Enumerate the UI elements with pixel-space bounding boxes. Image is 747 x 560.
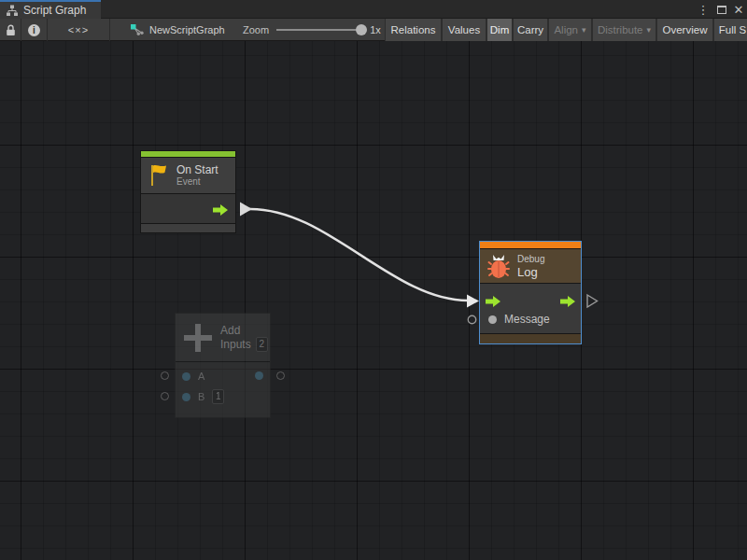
window-maximize-button[interactable]	[713, 0, 730, 19]
port-b-label: B	[198, 391, 204, 402]
chevron-down-icon: ▾	[647, 25, 652, 35]
toolbar-button-overview[interactable]: Overview	[656, 19, 713, 41]
toolbar-button-relations[interactable]: Relations	[385, 19, 442, 41]
tab-bar: Script Graph ⋮ ✕	[0, 0, 747, 19]
node-title: Add	[220, 324, 268, 337]
port-b-value-field[interactable]: 1	[212, 389, 224, 404]
button-label: Carry	[517, 24, 543, 35]
chevron-down-icon: ▾	[582, 25, 586, 35]
node-footer	[141, 223, 235, 232]
debug-color-header	[480, 242, 581, 248]
zoom-slider-handle[interactable]	[356, 24, 367, 35]
trigger-output-port[interactable]	[213, 203, 228, 214]
code-icon: <×>	[68, 24, 89, 35]
node-subtitle: Event	[176, 176, 218, 188]
graph-toolbar: i <×> NewScriptGraph Zoom 1x	[0, 19, 747, 41]
window-close-button[interactable]: ✕	[730, 0, 747, 19]
inputs-count-field[interactable]: 2	[256, 337, 268, 352]
graph-asset-icon	[131, 24, 144, 35]
graph-hierarchy-icon	[6, 5, 19, 17]
outer-port-result[interactable]	[276, 371, 285, 380]
node-on-start[interactable]: On Start Event	[140, 150, 236, 233]
toolbar-button-fullscreen[interactable]: Full S	[713, 19, 747, 41]
tab-script-graph[interactable]: Script Graph	[0, 0, 101, 19]
inspector-info-button[interactable]: i	[21, 19, 48, 41]
zoom-label: Zoom	[243, 24, 269, 35]
lock-button[interactable]	[0, 19, 21, 41]
toolbar-button-align[interactable]: Align ▾	[548, 19, 592, 41]
plus-icon	[183, 323, 213, 353]
bug-icon	[487, 254, 510, 279]
toolbar-button-dim[interactable]: Dim	[486, 19, 513, 41]
node-debug-log[interactable]: Debug Log Message	[479, 241, 582, 344]
zoom-control: Zoom 1x	[243, 19, 381, 41]
toolbar-button-distribute[interactable]: Distribute ▾	[592, 19, 656, 41]
window-menu-button[interactable]: ⋮	[695, 0, 712, 19]
button-label: Relations	[391, 24, 436, 35]
maximize-icon	[717, 6, 726, 14]
info-icon: i	[28, 24, 40, 36]
button-label: Values	[448, 24, 480, 35]
button-label: Full S	[719, 24, 746, 35]
node-title: Log	[517, 265, 544, 279]
toolbar-button-carry[interactable]: Carry	[513, 19, 548, 41]
button-label: Distribute	[598, 24, 643, 35]
message-port-label: Message	[504, 313, 550, 326]
value-input-port-b[interactable]	[182, 393, 190, 401]
graph-canvas[interactable]	[0, 41, 747, 560]
message-input-port[interactable]	[488, 315, 497, 324]
value-input-port-a[interactable]	[182, 372, 190, 381]
button-label: Overview	[663, 24, 708, 35]
button-label: Dim	[490, 24, 509, 35]
zoom-slider[interactable]	[276, 29, 362, 31]
kebab-menu-icon: ⋮	[698, 3, 710, 17]
port-a-label: A	[198, 371, 204, 382]
script-graph-window: Script Graph ⋮ ✕ i <×>	[0, 0, 747, 560]
flag-icon	[148, 163, 169, 188]
zoom-value: 1x	[370, 24, 381, 35]
trigger-input-port[interactable]	[486, 294, 500, 305]
node-title: On Start	[176, 163, 218, 176]
lock-icon	[6, 24, 16, 36]
outer-port-b[interactable]	[161, 392, 169, 400]
node-footer	[480, 333, 581, 343]
node-subtitle: Inputs	[220, 339, 251, 350]
graph-name-label: NewScriptGraph	[149, 24, 225, 35]
graph-breadcrumb[interactable]: NewScriptGraph	[123, 19, 233, 41]
close-icon: ✕	[734, 3, 744, 17]
tab-title: Script Graph	[23, 4, 86, 17]
node-add-inputs-ghost[interactable]: Add Inputs 2 A B 1	[175, 313, 271, 418]
toolbar-button-values[interactable]: Values	[442, 19, 486, 41]
edit-code-button[interactable]: <×>	[48, 19, 110, 41]
outer-port-a[interactable]	[161, 371, 169, 380]
button-label: Align	[554, 24, 578, 35]
port-row-b: B 1	[176, 388, 272, 405]
node-category: Debug	[517, 253, 544, 265]
trigger-output-port[interactable]	[560, 294, 575, 305]
value-output-port[interactable]	[255, 371, 263, 380]
